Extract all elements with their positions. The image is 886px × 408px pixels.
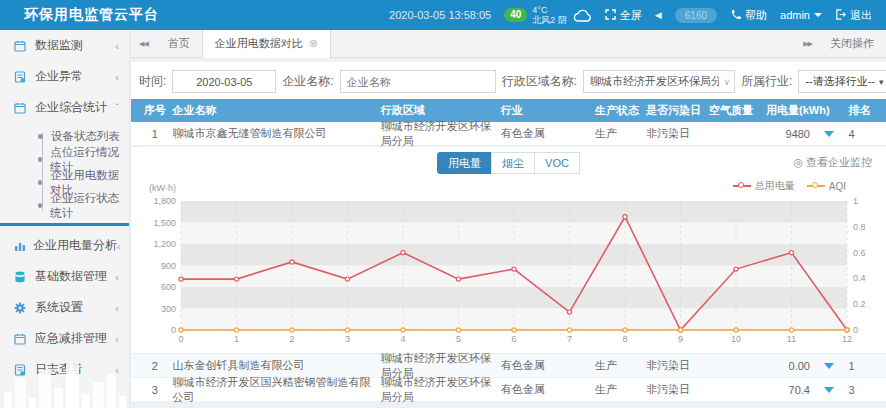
svg-text:8: 8 <box>622 334 627 344</box>
svg-text:1: 1 <box>234 334 239 344</box>
fullscreen-label: 全屏 <box>620 8 642 23</box>
sidebar-item-label: 应急减排管理 <box>35 330 115 347</box>
legend-item[interactable]: AQI <box>807 181 846 192</box>
bullet-dot-icon <box>38 180 42 185</box>
expand-row-triangle-icon[interactable] <box>824 387 834 393</box>
expand-row-triangle-icon[interactable] <box>824 363 834 369</box>
chevron-left-icon: ‹ <box>115 40 119 52</box>
cell-power: 70.4 <box>766 384 849 396</box>
col-header: 序号 <box>137 103 172 118</box>
close-operations-button[interactable]: 关闭操作 <box>830 36 874 51</box>
cell-pollution-day: 非污染日 <box>646 358 709 373</box>
tabs-scroll-left-icon[interactable]: ◀◀ <box>131 40 156 48</box>
phone-icon <box>730 9 741 22</box>
sidebar-item-company-abnormal[interactable]: 企业异常 ‹ <box>0 61 129 92</box>
cell-index: 1 <box>137 128 172 140</box>
calendar-icon <box>14 333 28 345</box>
top-header-bar: 环保用电监管云平台 2020-03-05 13:58:05 40 4°C 北风2… <box>0 0 886 30</box>
y-axis-unit-label: (kW·h) <box>141 183 176 193</box>
alarm-count-badge[interactable]: 6160 <box>675 8 717 23</box>
svg-text:0.2: 0.2 <box>853 299 866 309</box>
chart-tab-voc[interactable]: VOC <box>534 152 580 174</box>
tab-power-data-compare[interactable]: 企业用电数据对比 ⊗ <box>202 30 331 58</box>
cell-region: 聊城市经济开发区环保局分局 <box>381 375 501 405</box>
power-value: 0.00 <box>766 360 810 372</box>
city-skyline-watermark <box>0 362 130 408</box>
usage-chart-svg: 03006009001,2001,5001,80000.20.40.60.810… <box>139 195 877 347</box>
sidebar-item-label: 数据监测 <box>35 37 115 54</box>
chevron-left-icon: ‹ <box>117 240 121 252</box>
workspace-tab-bar: ◀◀ 首页 企业用电数据对比 ⊗ ▶▶ 关闭操作 <box>131 30 886 58</box>
bullet-dot-icon <box>38 203 42 208</box>
col-header: 用电量(kWh) <box>766 103 849 118</box>
view-monitor-link[interactable]: ◎ 查看企业监控 <box>793 155 872 170</box>
svg-text:2: 2 <box>289 334 294 344</box>
svg-text:0.4: 0.4 <box>853 273 866 283</box>
svg-text:0: 0 <box>171 325 176 335</box>
svg-text:12: 12 <box>842 334 852 344</box>
tab-close-icon[interactable]: ⊗ <box>309 37 318 50</box>
chevron-left-icon: ‹ <box>115 271 119 283</box>
svg-text:1,200: 1,200 <box>153 239 176 249</box>
usage-chart: (kW·h) 总用电量AQI 03006009001,2001,5001,800… <box>131 179 886 351</box>
cell-status: 生产 <box>595 126 646 141</box>
logout-button[interactable]: 退出 <box>835 8 872 23</box>
company-filter-label: 企业名称: <box>282 73 333 90</box>
svg-text:600: 600 <box>161 282 176 292</box>
tabs-scroll-right-icon[interactable]: ▶▶ <box>795 40 820 48</box>
gear-icon <box>14 302 28 314</box>
filter-bar: 时间: 企业名称: 行政区域名称: 聊城市经济开发区环保局分局 ∨ 所属行业: … <box>131 62 886 99</box>
svg-text:0: 0 <box>178 334 183 344</box>
fullscreen-button[interactable]: 全屏 <box>605 8 642 23</box>
sidebar-item-company-stats[interactable]: 企业综合统计 ˇ <box>0 92 129 123</box>
chart-tab-power[interactable]: 用电量 <box>437 152 492 174</box>
cell-power: 0.00 <box>766 360 849 372</box>
expand-row-triangle-icon[interactable] <box>824 131 834 137</box>
chevron-left-icon: ‹ <box>115 71 119 83</box>
region-select-value: 聊城市经济开发区环保局分局 <box>590 74 719 89</box>
chart-tab-label: 用电量 <box>448 156 481 171</box>
region-filter-label: 行政区域名称: <box>502 73 577 90</box>
cell-status: 生产 <box>595 382 646 397</box>
cell-industry: 有色金属 <box>501 126 595 141</box>
tab-label: 企业用电数据对比 <box>215 36 303 51</box>
sidebar-item-base-data[interactable]: 基础数据管理 ‹ <box>0 261 129 292</box>
chart-tabs-row: 用电量 烟尘 VOC ◎ 查看企业监控 <box>131 147 886 179</box>
help-button[interactable]: 帮助 <box>730 8 767 23</box>
chart-tab-smoke[interactable]: 烟尘 <box>491 152 535 174</box>
wind-label: 北风2 阴 <box>532 15 567 25</box>
legend-item[interactable]: 总用电量 <box>733 179 795 193</box>
tab-home[interactable]: 首页 <box>156 30 202 58</box>
legend-label: AQI <box>829 181 846 192</box>
sidebar-item-power-analysis[interactable]: 企业用电量分析 ‹ <box>0 230 129 261</box>
svg-text:4: 4 <box>400 334 405 344</box>
company-name-input[interactable] <box>340 70 496 93</box>
time-input[interactable] <box>172 70 276 93</box>
chart-tab-label: 烟尘 <box>502 156 524 171</box>
svg-text:1,800: 1,800 <box>153 196 176 206</box>
sidebar-item-emergency-reduction[interactable]: 应急减排管理 ‹ <box>0 323 129 354</box>
select-arrow-icon: ▾ <box>879 77 884 87</box>
sidebar-item-data-monitor[interactable]: 数据监测 ‹ <box>0 30 129 61</box>
cell-rank: 4 <box>849 128 880 140</box>
sidebar-item-running-state-stats[interactable]: 企业运行状态统计 <box>0 194 129 217</box>
cell-industry: 有色金属 <box>501 382 595 397</box>
legend-marker-icon <box>807 182 825 190</box>
speaker-muted-icon[interactable]: ◀ <box>655 10 662 20</box>
legend-marker-icon <box>733 182 751 190</box>
col-header: 行政区域 <box>381 103 501 118</box>
monitor-link-label: 查看企业监控 <box>806 155 872 170</box>
chart-legend: 总用电量AQI <box>733 179 876 193</box>
user-menu[interactable]: admin <box>780 9 822 21</box>
chart-section: 用电量 烟尘 VOC ◎ 查看企业监控 (kW·h) 总用电量AQI 03 <box>131 146 886 354</box>
main-content: ◀◀ 首页 企业用电数据对比 ⊗ ▶▶ 关闭操作 时间: 企业名称: 行政区域名… <box>131 30 886 408</box>
svg-text:300: 300 <box>161 304 176 314</box>
chevron-left-icon: ‹ <box>115 302 119 314</box>
sidebar-item-system-settings[interactable]: 系统设置 ‹ <box>0 292 129 323</box>
region-select[interactable]: 聊城市经济开发区环保局分局 ∨ <box>583 70 735 93</box>
industry-select[interactable]: --请选择行业-- ▾ <box>798 70 886 93</box>
svg-text:6: 6 <box>511 334 516 344</box>
cell-region: 聊城市经济开发区环保局分局 <box>381 119 501 149</box>
svg-text:0.8: 0.8 <box>853 222 866 232</box>
table-row: 1 聊城市京鑫无缝管制造有限公司 聊城市经济开发区环保局分局 有色金属 生产 非… <box>131 122 886 146</box>
